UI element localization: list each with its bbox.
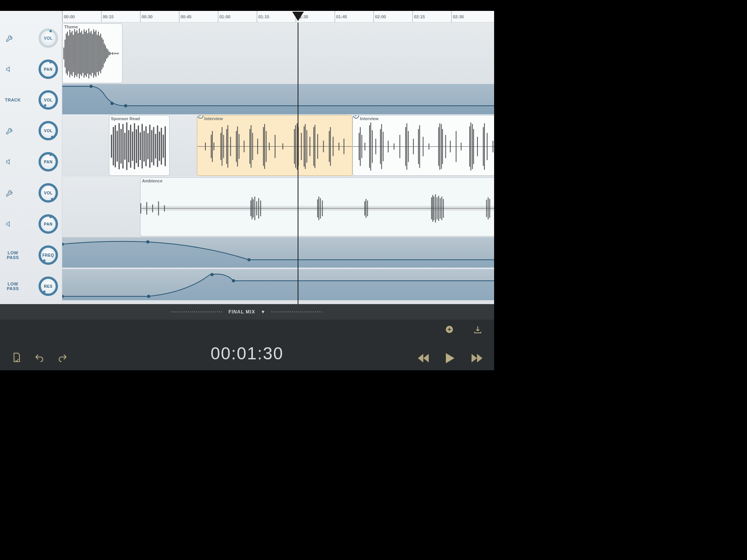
svg-rect-69 [147,133,149,159]
speaker-icon[interactable] [4,63,16,75]
ruler-tick: 02:15 [412,11,425,22]
add-button[interactable] [445,325,454,334]
svg-rect-76 [161,128,162,165]
svg-rect-88 [228,125,228,168]
svg-rect-130 [375,139,376,154]
forward-button[interactable] [472,354,482,362]
knob-pan-1[interactable]: PAN [39,60,58,79]
wrench-icon[interactable] [4,125,16,136]
svg-rect-39 [110,52,110,54]
wrench-icon[interactable] [4,32,16,44]
svg-rect-89 [230,137,231,156]
knob-label: RES [44,284,53,289]
svg-rect-168 [152,205,153,212]
svg-rect-74 [157,126,158,167]
svg-rect-178 [317,200,318,217]
knob-label: VOL [44,36,53,40]
svg-rect-196 [489,199,490,218]
svg-rect-151 [456,131,456,162]
svg-rect-110 [305,124,306,169]
knob-vol-2[interactable]: VOL [39,121,58,140]
ruler-tick: 00:45 [179,11,191,22]
clip-label: Sponsor Read [111,116,140,121]
play-button[interactable] [446,353,454,363]
svg-rect-189 [437,197,437,219]
svg-rect-108 [301,133,302,160]
knob-pan-2[interactable]: PAN [39,152,58,172]
svg-rect-193 [443,199,444,218]
svg-rect-188 [435,194,436,222]
clip-sponsor-read[interactable]: Sponsor Read [109,115,170,176]
clip-ambience[interactable]: Ambience [140,177,494,236]
svg-rect-101 [269,143,270,150]
clip-theme[interactable]: Theme [62,23,123,83]
svg-rect-141 [418,129,419,164]
dropdown-triangle-icon[interactable]: ▼ [261,309,266,315]
svg-rect-147 [441,124,442,169]
automation-lane-vol[interactable] [62,84,494,114]
lowpass-label: LOW PASS [4,250,22,260]
svg-rect-124 [360,127,361,166]
document-button[interactable] [12,352,21,363]
automation-lane-res[interactable] [62,269,494,300]
svg-rect-42 [114,53,114,54]
svg-rect-113 [313,127,314,166]
svg-rect-73 [155,134,156,158]
knob-pan-3[interactable]: PAN [39,214,58,234]
svg-rect-171 [251,201,251,216]
redo-button[interactable] [58,353,68,362]
svg-rect-133 [383,132,384,161]
knob-vol-1[interactable]: VOL [39,28,58,48]
svg-point-198 [146,240,149,243]
clip-interview-1[interactable]: Interview [197,115,352,176]
rewind-button[interactable] [418,354,429,362]
wrench-icon[interactable] [4,187,16,199]
svg-rect-1 [65,40,65,67]
svg-rect-129 [372,130,373,163]
svg-rect-53 [117,131,118,161]
svg-rect-18 [85,32,86,75]
knob-vol-track[interactable]: VOL [39,90,58,110]
ruler-tick: 00:30 [140,11,153,22]
ruler-tick: 00:00 [62,11,75,22]
svg-rect-142 [419,125,420,168]
export-button[interactable] [473,325,482,334]
knob-freq[interactable]: FREQ [39,245,58,265]
svg-rect-111 [307,130,307,163]
svg-rect-51 [113,127,114,166]
svg-rect-154 [470,122,471,171]
automation-lane-freq[interactable] [62,237,494,268]
ruler-tick: 01:45 [335,11,347,22]
svg-rect-165 [142,206,494,211]
clip-label: Theme [64,24,78,29]
svg-rect-37 [107,49,108,57]
svg-rect-29 [98,32,99,75]
svg-rect-138 [407,123,407,170]
track-lane-2[interactable]: Sponsor Read Interview Interview [62,114,494,177]
waveform-icon [140,178,494,236]
knob-vol-3[interactable]: VOL [39,183,58,203]
track-lane-3[interactable]: Ambience [62,177,494,237]
time-ruler[interactable]: 00:0000:1500:3000:4501:0001:1501:3001:45… [62,11,494,23]
ruler-tick: 01:30 [296,11,308,22]
svg-rect-10 [75,32,76,75]
timeline[interactable]: Theme Sponsor Read Intervie [62,23,494,304]
track-lane-1[interactable]: Theme [62,23,494,84]
speaker-icon[interactable] [4,218,16,230]
svg-rect-34 [104,44,105,63]
svg-rect-139 [408,131,409,162]
undo-button[interactable] [34,353,44,362]
svg-rect-81 [211,135,212,158]
svg-rect-3 [67,32,68,75]
clip-interview-2[interactable]: Interview [352,115,494,176]
svg-rect-160 [487,133,487,160]
sidebar: VOL PAN TRACK VOL [0,11,62,304]
svg-rect-6 [70,32,71,74]
ruler-tick: 01:00 [218,11,230,22]
svg-rect-92 [238,134,239,159]
svg-rect-170 [164,205,165,212]
svg-rect-64 [138,126,139,167]
speaker-icon[interactable] [4,156,16,168]
knob-res[interactable]: RES [39,276,58,296]
svg-rect-119 [333,137,333,156]
